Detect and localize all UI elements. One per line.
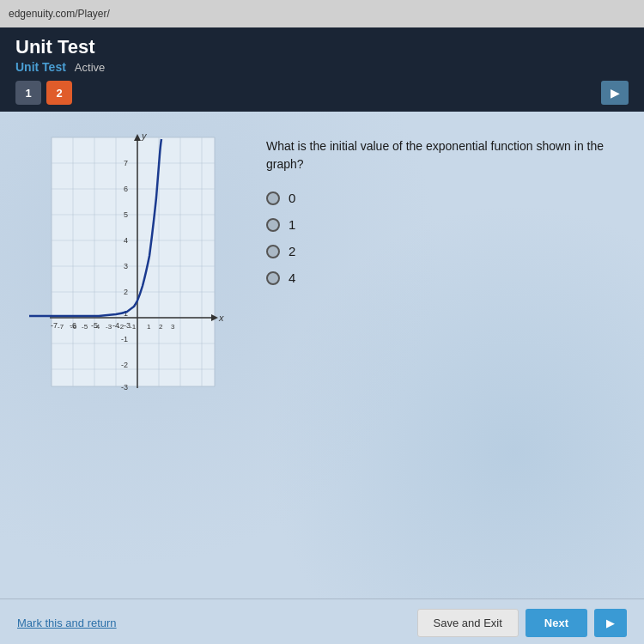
svg-rect-0 [52,137,215,386]
option-item-3[interactable]: 4 [266,270,618,285]
option-item-2[interactable]: 2 [266,244,618,258]
svg-text:-1: -1 [130,323,137,331]
graph-container: y x 7 6 5 4 3 2 1 -1 -2 -3 -7 -6 -5 -4 -… [26,129,232,424]
question-text: What is the initial value of the exponen… [266,137,618,173]
breadcrumb-status: Active [75,61,105,74]
save-exit-button[interactable]: Save and Exit [417,609,519,637]
breadcrumb-link[interactable]: Unit Test [15,60,66,74]
svg-text:2: 2 [124,288,128,296]
svg-text:x: x [218,313,224,323]
graph-svg: y x 7 6 5 4 3 2 1 -1 -2 -3 -7 -6 -5 -4 -… [26,129,232,421]
option-label-1: 1 [289,217,295,232]
svg-text:3: 3 [124,262,128,270]
radio-2[interactable] [266,245,280,258]
page-title: Unit Test [15,36,629,58]
browser-bar: edgenuity.com/Player/ [0,0,644,27]
svg-text:2: 2 [159,323,163,331]
svg-text:-4: -4 [94,323,100,331]
svg-text:7: 7 [124,159,128,167]
option-label-2: 2 [289,244,295,258]
next-button[interactable]: Next [526,609,587,637]
svg-text:5: 5 [124,210,128,219]
mark-return-link[interactable]: Mark this and return [17,617,117,629]
radio-0[interactable] [266,191,280,205]
svg-text:-5: -5 [82,323,88,331]
main-content: y x 7 6 5 4 3 2 1 -1 -2 -3 -7 -6 -5 -4 -… [0,112,644,598]
options-list: 0 1 2 4 [266,191,618,285]
footer-section: Mark this and return Save and Exit Next … [0,598,644,644]
play-button[interactable]: ▶ [601,81,629,105]
svg-text:-1: -1 [121,335,128,343]
svg-text:-3: -3 [121,383,128,392]
browser-url: edgenuity.com/Player/ [9,8,110,20]
option-item-1[interactable]: 1 [266,217,618,232]
option-label-3: 4 [289,270,295,285]
question-nav-btn-2[interactable]: 2 [46,81,72,105]
question-section: What is the initial value of the exponen… [266,129,618,285]
svg-text:-6: -6 [70,323,77,331]
svg-text:3: 3 [171,323,175,331]
svg-text:-7: -7 [58,323,64,331]
header-section: Unit Test Unit Test Active 1 2 ▶ [0,27,644,112]
question-nav-btn-1[interactable]: 1 [15,81,41,105]
extra-button[interactable]: ▶ [594,609,627,637]
svg-text:1: 1 [147,323,151,331]
radio-1[interactable] [266,218,280,232]
svg-text:-7: -7 [51,321,58,330]
option-item-0[interactable]: 0 [266,191,618,205]
svg-text:-2: -2 [121,361,128,369]
breadcrumb-row: Unit Test Active [15,60,629,74]
svg-text:-3: -3 [106,323,112,331]
svg-text:4: 4 [124,236,128,245]
footer-buttons: Save and Exit Next ▶ [417,609,627,637]
question-nav-row: 1 2 ▶ [15,81,629,112]
radio-3[interactable] [266,271,280,285]
svg-text:-2: -2 [118,323,125,331]
svg-text:6: 6 [124,185,128,193]
option-label-0: 0 [289,191,295,205]
